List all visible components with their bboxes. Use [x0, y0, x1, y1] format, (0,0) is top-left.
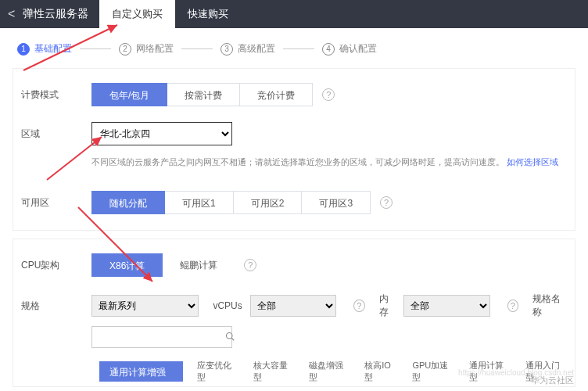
step-2-num: 2 [119, 43, 131, 56]
billing-option-ondemand[interactable]: 按需计费 [167, 83, 240, 106]
step-3-num: 3 [220, 43, 233, 56]
panel-basic: 计费模式 包年/包月 按需计费 竞价计费 ? 区域 华北-北京四 不同区域的云服… [13, 68, 575, 231]
step-3[interactable]: 3 高级配置 [220, 42, 275, 56]
svg-line-1 [231, 338, 234, 340]
vcpu-label: vCPUs [213, 300, 242, 311]
billing-option-prepaid[interactable]: 包年/包月 [91, 83, 167, 106]
help-icon[interactable]: ? [380, 196, 393, 209]
back-button[interactable]: < [0, 7, 23, 21]
help-icon[interactable]: ? [244, 259, 256, 271]
help-icon[interactable]: ? [322, 88, 335, 101]
watermark-text: 华为云社区 [531, 375, 574, 386]
step-4-num: 4 [322, 43, 335, 56]
region-label: 区域 [21, 127, 91, 141]
vcpu-select[interactable]: 全部 [250, 295, 336, 317]
spec-filters: 最新系列 vCPUs 全部 ? 内存 全部 ? 规格名称 [91, 292, 567, 319]
region-hint-text: 不同区域的云服务产品之间内网互不相通；请就近选择靠近您业务的区域，可减少网络时延… [91, 157, 504, 167]
step-divider [181, 48, 213, 49]
billing-options: 包年/包月 按需计费 竞价计费 [91, 83, 313, 106]
step-2-label: 网络配置 [136, 42, 174, 56]
specname-label: 规格名称 [532, 292, 567, 319]
tab-custom-buy[interactable]: 自定义购买 [99, 0, 175, 28]
step-4-label: 确认配置 [339, 42, 377, 56]
row-search [21, 325, 567, 349]
row-spec: 规格 最新系列 vCPUs 全部 ? 内存 全部 ? 规格名称 [21, 292, 567, 319]
row-cpu: CPU架构 X86计算 鲲鹏计算 ? [21, 253, 567, 277]
az-option-2[interactable]: 可用区2 [234, 191, 303, 214]
step-3-label: 高级配置 [238, 42, 275, 56]
page-title: 弹性云服务器 [23, 7, 99, 21]
spec-search [91, 326, 232, 348]
billing-label: 计费模式 [21, 88, 91, 102]
step-4[interactable]: 4 确认配置 [322, 42, 377, 56]
step-1-num: 1 [17, 43, 30, 56]
mem-select[interactable]: 全部 [403, 295, 489, 317]
step-nav: 1 基础配置 2 网络配置 3 高级配置 4 确认配置 [0, 28, 588, 63]
spec-tab-2[interactable]: 核大容量型 [253, 360, 295, 383]
mem-label: 内存 [379, 292, 396, 319]
series-select[interactable]: 最新系列 [91, 295, 199, 317]
cpu-options: X86计算 鲲鹏计算 [91, 253, 235, 277]
step-divider [80, 48, 111, 49]
row-az: 可用区 随机分配 可用区1 可用区2 可用区3 ? [21, 191, 567, 214]
cpu-option-kunpeng[interactable]: 鲲鹏计算 [163, 253, 235, 277]
cpu-option-x86[interactable]: X86计算 [91, 253, 163, 277]
step-1[interactable]: 1 基础配置 [17, 42, 72, 56]
spec-tab-0[interactable]: 通用计算增强型 [99, 361, 183, 382]
az-option-random[interactable]: 随机分配 [91, 191, 165, 214]
cpu-label: CPU架构 [21, 259, 91, 272]
spec-search-input[interactable] [92, 332, 219, 343]
header-bar: < 弹性云服务器 自定义购买 快速购买 [0, 0, 588, 28]
header-tabs: 自定义购买 快速购买 [99, 0, 241, 28]
spec-label: 规格 [21, 300, 91, 313]
spec-tab-4[interactable]: 核高IO型 [364, 360, 398, 383]
az-options: 随机分配 可用区1 可用区2 可用区3 [91, 191, 371, 214]
region-hint-link[interactable]: 如何选择区域 [507, 157, 558, 167]
region-hint: 不同区域的云服务产品之间内网互不相通；请就近选择靠近您业务的区域，可减少网络时延… [91, 156, 558, 170]
svg-point-0 [227, 332, 233, 339]
step-1-label: 基础配置 [34, 42, 72, 56]
spec-tab-1[interactable]: 应变优化型 [197, 360, 238, 383]
spec-tab-5[interactable]: GPU加速型 [412, 360, 455, 383]
help-icon[interactable]: ? [353, 300, 365, 312]
search-icon[interactable] [219, 332, 241, 343]
help-icon[interactable]: ? [507, 300, 519, 312]
row-region: 区域 华北-北京四 [21, 122, 567, 145]
tab-quick-buy[interactable]: 快速购买 [175, 0, 241, 28]
step-2[interactable]: 2 网络配置 [119, 42, 174, 56]
billing-option-spot[interactable]: 竞价计费 [240, 83, 313, 106]
az-option-3[interactable]: 可用区3 [302, 191, 371, 214]
az-option-1[interactable]: 可用区1 [165, 191, 234, 214]
row-billing: 计费模式 包年/包月 按需计费 竞价计费 ? [21, 83, 567, 106]
spec-tab-3[interactable]: 磁盘增强型 [309, 360, 350, 383]
region-select[interactable]: 华北-北京四 [91, 122, 232, 145]
row-region-hint: 不同区域的云服务产品之间内网互不相通；请就近选择靠近您业务的区域，可减少网络时延… [21, 149, 567, 172]
panel-spec: CPU架构 X86计算 鲲鹏计算 ? 规格 最新系列 vCPUs 全部 ? 内存… [13, 239, 575, 387]
az-label: 可用区 [21, 196, 91, 210]
step-divider [283, 48, 314, 49]
